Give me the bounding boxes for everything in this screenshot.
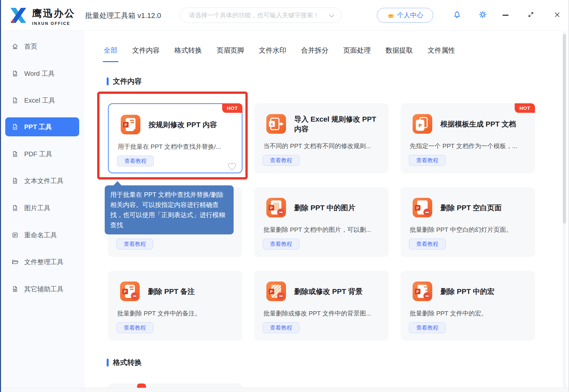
sidebar-item-file-organize-tools[interactable]: 文件整理工具 bbox=[5, 252, 79, 271]
tab-header-footer[interactable]: 页眉页脚 bbox=[217, 46, 244, 57]
sidebar-item-label: 文件整理工具 bbox=[24, 258, 63, 266]
card-description: 用于批量在 PPT 文档中查找并替换/... bbox=[118, 143, 235, 151]
sidebar-item-excel-tools[interactable]: X Excel 工具 bbox=[5, 91, 79, 110]
card-generate-ppt-from-template[interactable]: P 根据模板生成 PPT 文档 先指定一个 PPT 文档作为一个模板，... 查… bbox=[400, 103, 535, 173]
window-maximize-button[interactable] bbox=[527, 11, 534, 18]
tab-page-process[interactable]: 页面处理 bbox=[343, 46, 371, 57]
card-description: 批量删除 PPT 文件中的备注。 bbox=[117, 309, 235, 318]
view-tutorial-button[interactable]: 查看教程 bbox=[263, 155, 299, 166]
ppt-delete-blank-page-icon: P bbox=[413, 198, 432, 217]
sidebar-item-rename-tools[interactable]: 重命名工具 bbox=[5, 226, 79, 245]
section-accent-bar bbox=[107, 77, 109, 85]
card-description: 批量删除 PPT 中空白的幻灯片页面。 bbox=[410, 226, 528, 234]
view-tutorial-button[interactable]: 查看教程 bbox=[116, 322, 153, 333]
card-description: 批量删除 PPT 文件中的宏。 bbox=[410, 309, 528, 318]
tooltip-arrow bbox=[113, 181, 122, 186]
section-accent-bar bbox=[107, 359, 109, 366]
image-file-icon bbox=[11, 204, 19, 212]
minus-icon bbox=[131, 292, 138, 299]
sidebar-item-label: PDF 工具 bbox=[24, 150, 52, 159]
minus-icon bbox=[423, 292, 431, 299]
card-delete-ppt-blank-pages[interactable]: P 删除 PPT 空白页面 批量删除 PPT 中空白的幻灯片页面。 查看教程 bbox=[400, 187, 535, 257]
window-close-button[interactable] bbox=[554, 11, 561, 18]
ppt-background-icon: P bbox=[266, 281, 286, 301]
personal-center-label: 个人中心 bbox=[397, 11, 423, 20]
function-search-box[interactable] bbox=[180, 8, 342, 23]
view-tutorial-button[interactable]: 查看教程 bbox=[117, 156, 154, 166]
tab-format-convert[interactable]: 格式转换 bbox=[174, 46, 202, 57]
svg-text:P: P bbox=[14, 127, 16, 129]
sidebar-item-pdf-tools[interactable]: PDF 工具 bbox=[5, 145, 79, 163]
sidebar-item-text-file-tools[interactable]: 文本文件工具 bbox=[5, 171, 79, 190]
sidebar-item-image-tools[interactable]: 图片工具 bbox=[5, 198, 79, 217]
title-bar: 鹰迅办公 INXUN OFFICE 批量处理工具箱 v1.12.0 个人中心 bbox=[0, 0, 569, 31]
ppt-delete-macro-icon: P vba bbox=[413, 281, 432, 301]
tooltip-text: 用于批量在 PPT 文档中查找并替换/删除相关内容。可以按指定内容进行精确查找，… bbox=[110, 191, 225, 229]
window-bottom-edge bbox=[0, 388, 569, 392]
text-file-icon bbox=[11, 177, 19, 184]
card-delete-ppt-notes[interactable]: P 删除 PPT 备注 批量删除 PPT 文件中的备注。 查看教程 bbox=[108, 271, 242, 341]
tab-file-attrs[interactable]: 文件属性 bbox=[428, 46, 455, 57]
crown-icon bbox=[387, 11, 395, 19]
sidebar-item-other-tools[interactable]: 其它辅助工具 bbox=[5, 280, 79, 298]
folder-icon bbox=[11, 258, 19, 265]
window-minimize-button[interactable] bbox=[503, 15, 508, 16]
app-title: 批量处理工具箱 v1.12.0 bbox=[85, 11, 161, 21]
ppt-template-generate-icon: P bbox=[413, 114, 432, 134]
section-format-convert: 格式转换 bbox=[107, 358, 142, 367]
section-file-content: 文件内容 bbox=[107, 77, 142, 86]
tab-file-content[interactable]: 文件内容 bbox=[132, 46, 160, 57]
tab-all[interactable]: 全部 bbox=[104, 46, 117, 57]
tab-merge-split[interactable]: 合并拆分 bbox=[301, 46, 329, 57]
section-title: 文件内容 bbox=[113, 77, 142, 86]
card-title: 导入 Excel 规则修改 PPT 内容 bbox=[294, 114, 380, 134]
view-tutorial-button[interactable]: 查看教程 bbox=[263, 239, 299, 249]
home-icon bbox=[11, 43, 19, 50]
card-edit-ppt-by-rules[interactable]: P 按规则修改 PPT 内容 用于批量在 PPT 文档中查找并替换/... 查看… bbox=[108, 103, 242, 173]
brand-subtitle: INXUN OFFICE bbox=[32, 21, 75, 26]
favorite-heart-icon[interactable] bbox=[227, 162, 237, 171]
card-title: 删除 PPT 中的图片 bbox=[294, 203, 380, 213]
sidebar-item-label: 首页 bbox=[24, 42, 37, 51]
sidebar-item-label: PPT 工具 bbox=[24, 123, 52, 131]
svg-text:W: W bbox=[14, 73, 16, 76]
view-tutorial-button[interactable]: 查看教程 bbox=[263, 322, 299, 333]
tab-data-extract[interactable]: 数据提取 bbox=[385, 46, 413, 57]
sidebar-item-word-tools[interactable]: W Word 工具 bbox=[5, 64, 79, 83]
notification-bell-icon[interactable] bbox=[453, 10, 461, 19]
tab-watermark[interactable]: 文件水印 bbox=[259, 46, 286, 57]
view-tutorial-button[interactable]: 查看教程 bbox=[116, 239, 153, 249]
app-window: 鹰迅办公 INXUN OFFICE 批量处理工具箱 v1.12.0 个人中心 bbox=[0, 0, 569, 392]
card-delete-ppt-macros[interactable]: P vba 删除 PPT 中的宏 批量删除 PPT 文件中的宏。 查看教程 bbox=[400, 271, 535, 341]
card-import-excel-rules[interactable]: x 导入 Excel 规则修改 PPT 内容 当不同的 PPT 文档有不同的修改… bbox=[254, 103, 389, 173]
ppt-doc-icon: P bbox=[11, 123, 19, 130]
card-delete-modify-ppt-background[interactable]: P 删除或修改 PPT 背景 批量删除或修改 PPT 文件中的背景图... 查看… bbox=[254, 271, 389, 341]
card-description: 当不同的 PPT 文档有不同的修改规则... bbox=[263, 142, 382, 150]
card-title: 按规则修改 PPT 内容 bbox=[149, 120, 233, 130]
scrollbar-thumb[interactable] bbox=[563, 34, 566, 224]
sidebar-item-label: Word 工具 bbox=[24, 69, 55, 78]
sidebar-nav: 首页 W Word 工具 X Excel 工具 P PPT 工具 bbox=[0, 31, 84, 392]
category-tabs: 全部 文件内容 格式转换 页眉页脚 文件水印 合并拆分 页面处理 数据提取 文件… bbox=[104, 46, 455, 57]
settings-gear-icon[interactable] bbox=[478, 10, 487, 19]
search-input[interactable] bbox=[180, 8, 341, 23]
view-tutorial-button[interactable]: 查看教程 bbox=[409, 239, 446, 249]
sidebar-item-ppt-tools[interactable]: P PPT 工具 bbox=[5, 117, 79, 136]
word-doc-icon: W bbox=[11, 70, 19, 77]
view-tutorial-button[interactable]: 查看教程 bbox=[409, 155, 446, 166]
sidebar-item-label: 图片工具 bbox=[24, 204, 50, 213]
section-title: 格式转换 bbox=[113, 358, 142, 367]
hot-badge: HOT bbox=[222, 103, 242, 113]
view-tutorial-button[interactable]: 查看教程 bbox=[409, 322, 446, 333]
sidebar-item-home[interactable]: 首页 bbox=[5, 37, 79, 56]
ppt-edit-rules-icon: P bbox=[121, 115, 140, 134]
sidebar-item-label: 其它辅助工具 bbox=[24, 285, 63, 294]
pdf-doc-icon bbox=[11, 150, 19, 158]
brand-name: 鹰迅办公 bbox=[32, 7, 75, 20]
card-delete-ppt-images[interactable]: P 删除 PPT 中的图片 批量删除 PPT 文档中的图片，可以删... 查看教… bbox=[254, 187, 389, 257]
card-title: 删除 PPT 空白页面 bbox=[440, 203, 526, 213]
card-title: 删除 PPT 中的宏 bbox=[440, 287, 526, 297]
personal-center-button[interactable]: 个人中心 bbox=[377, 8, 433, 23]
window-left-edge bbox=[0, 0, 1, 392]
minus-icon bbox=[277, 209, 284, 216]
